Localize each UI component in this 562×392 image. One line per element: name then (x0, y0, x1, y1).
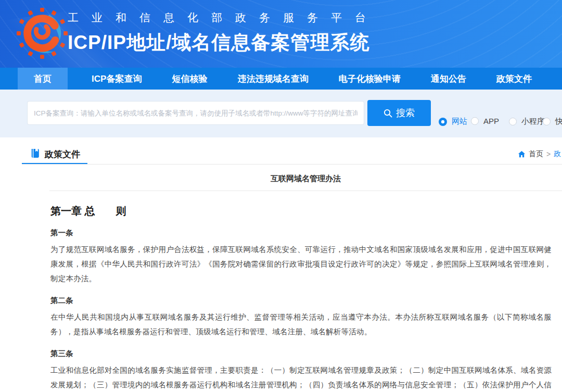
radio-unselected-icon (543, 118, 551, 125)
breadcrumb: 首页 > 政 (518, 149, 561, 159)
document-title: 互联网域名管理办法 (49, 174, 562, 184)
page: 工业和信息化部政务服务平台 ICP/IP地址/域名信息备案管理系统 首页 ICP… (0, 0, 562, 392)
radio-selected-icon (439, 118, 447, 126)
header-titles: 工业和信息化部政务服务平台 ICP/IP地址/域名信息备案管理系统 (68, 10, 379, 56)
system-title: ICP/IP地址/域名信息备案管理系统 (68, 30, 379, 56)
radio-unselected-icon (509, 118, 517, 125)
article-body: 为了规范互联网域名服务，保护用户合法权益，保障互联网域名系统安全、可靠运行，推动… (50, 242, 552, 286)
article-heading: 第三条 (50, 349, 562, 359)
radio-website[interactable]: 网站 (439, 117, 467, 127)
breadcrumb-separator: > (546, 150, 551, 158)
breadcrumb-home[interactable]: 首页 (529, 149, 543, 159)
nav-item-icp-query[interactable]: ICP备案查询 (85, 68, 148, 90)
section-title: 政策文件 (45, 148, 80, 160)
article-body: 工业和信息化部对全国的域名服务实施监督管理，主要职责是：（一）制定互联网域名管理… (50, 363, 552, 392)
nav-item-e-verification[interactable]: 电子化核验申请 (333, 68, 407, 90)
search-button-label: 搜索 (396, 107, 415, 119)
article-heading: 第一条 (50, 228, 562, 238)
platform-title: 工业和信息化部政务服务平台 (68, 10, 379, 25)
section-header: 政策文件 首页 > 政 (0, 137, 562, 167)
document: 互联网域名管理办法 第一章 总 则 第一条 为了规范互联网域名服务，保护用户合法… (49, 174, 562, 392)
radio-app[interactable]: APP (471, 117, 499, 125)
document-divider (49, 191, 562, 191)
chapter-heading: 第一章 总 则 (50, 204, 562, 218)
nav-item-notices[interactable]: 通知公告 (425, 68, 472, 90)
radio-quick-app[interactable]: 快 (543, 117, 562, 127)
site-header: 工业和信息化部政务服务平台 ICP/IP地址/域名信息备案管理系统 (0, 0, 562, 68)
radio-label: 快 (555, 117, 562, 127)
magnifier-icon (384, 109, 392, 118)
nav-item-illegal-domain-query[interactable]: 违法违规域名查询 (232, 68, 315, 90)
radio-label: 网站 (452, 117, 467, 127)
search-section: 搜索 网站 APP 小程序 快 (0, 90, 562, 137)
search-input[interactable] (27, 101, 364, 125)
home-icon (518, 150, 526, 158)
search-button[interactable]: 搜索 (367, 100, 431, 126)
book-icon (30, 148, 41, 159)
article-body: 在中华人民共和国境内从事互联网域名服务及其运行维护、监督管理等相关活动，应当遵守… (50, 310, 552, 339)
article-3: 第三条 工业和信息化部对全国的域名服务实施监督管理，主要职责是：（一）制定互联网… (49, 349, 562, 392)
section-divider (22, 164, 562, 165)
article-1: 第一条 为了规范互联网域名服务，保护用户合法权益，保障互联网域名系统安全、可靠运… (49, 228, 562, 286)
radio-label: 小程序 (521, 117, 545, 127)
article-heading: 第二条 (50, 296, 562, 306)
nav-item-home[interactable]: 首页 (18, 68, 68, 90)
radio-mini-program[interactable]: 小程序 (509, 117, 545, 127)
radio-unselected-icon (471, 117, 479, 125)
main-nav: 首页 ICP备案查询 短信核验 违法违规域名查询 电子化核验申请 通知公告 政策… (0, 68, 562, 90)
nav-item-sms-verify[interactable]: 短信核验 (166, 68, 214, 90)
content: 政策文件 首页 > 政 互联网域名管理办法 第一章 总 则 第一条 为了规范互联… (0, 137, 562, 392)
radio-label: APP (483, 117, 499, 125)
article-2: 第二条 在中华人民共和国境内从事互联网域名服务及其运行维护、监督管理等相关活动，… (49, 296, 562, 339)
miit-logo-icon (17, 4, 68, 62)
nav-item-policy-files[interactable]: 政策文件 (490, 68, 538, 90)
breadcrumb-current[interactable]: 政 (554, 149, 561, 159)
